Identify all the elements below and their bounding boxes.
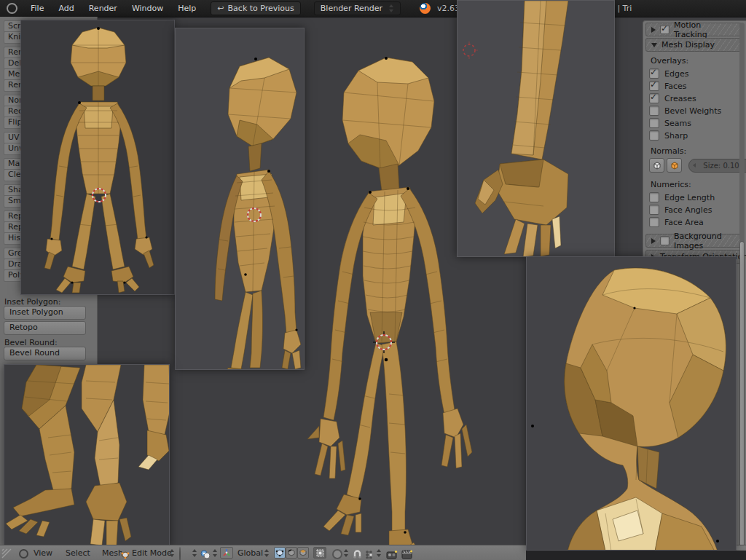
overlay-row: Seams [649, 117, 691, 129]
manipulator-toggle[interactable] [220, 547, 233, 559]
faces-label: Faces [664, 82, 687, 91]
face-angles-checkbox[interactable] [649, 205, 659, 215]
snap-increment-icon [364, 550, 374, 559]
motion-tracking-checkbox[interactable] [660, 25, 670, 34]
editor-type-icon[interactable] [19, 549, 28, 559]
creases-label: Creases [664, 94, 696, 103]
shading-sphere-icon [179, 547, 181, 560]
menu-render[interactable]: Render [82, 4, 125, 13]
bevel-round-button[interactable]: Bevel Round [4, 347, 86, 360]
normals-size-slider[interactable]: Size: 0.10 [688, 159, 746, 173]
top-header-bar: File Add Render Window Help ↩ Back to Pr… [0, 0, 746, 17]
reference-shot-legs-closeup [4, 364, 170, 548]
menu-window[interactable]: Window [125, 4, 170, 13]
edge-mode-cube-icon [287, 548, 296, 557]
limit-to-visible-toggle[interactable] [313, 547, 326, 559]
faces-checkbox[interactable] [649, 81, 659, 91]
edit-mode-icon [121, 548, 130, 560]
pivot-point-select[interactable] [200, 548, 211, 560]
numerics-row: Face Angles [649, 204, 712, 216]
panel-header-mesh-display[interactable]: Mesh Display [645, 38, 742, 52]
face-select-mode-button[interactable] [297, 547, 309, 559]
snap-toggle[interactable] [353, 548, 362, 560]
shading-spinner-icon[interactable] [192, 549, 197, 557]
edge-select-mode-button[interactable] [286, 547, 297, 559]
overlay-row: Bevel Weights [649, 105, 721, 117]
pivot-spinner-icon[interactable] [212, 549, 218, 557]
vertex-normal-cube-icon [670, 161, 679, 170]
slider-decrease-icon[interactable] [693, 163, 696, 167]
editor-type-icon[interactable] [7, 3, 17, 14]
edge-length-label: Edge Length [664, 193, 715, 202]
viewport-shading-select[interactable] [179, 548, 181, 560]
vertex-normals-toggle[interactable] [667, 158, 682, 173]
expand-arrow-icon[interactable] [651, 27, 656, 33]
blender-logo-icon [420, 3, 431, 14]
face-area-checkbox[interactable] [649, 217, 659, 227]
mode-select[interactable]: Edit Mode [132, 548, 172, 558]
numerics-row: Face Area [649, 216, 704, 228]
snap-element-select[interactable] [364, 548, 374, 560]
overlay-row: Sharp [649, 130, 688, 141]
clapperboard-icon [401, 550, 413, 559]
magnet-icon [353, 550, 362, 559]
creases-checkbox[interactable] [649, 93, 659, 103]
overlay-row: Faces [649, 80, 687, 92]
camera-icon [386, 550, 398, 559]
expand-arrow-icon[interactable] [651, 238, 656, 244]
vertex-select-mode-button[interactable] [274, 547, 286, 559]
collapse-arrow-icon[interactable] [651, 43, 657, 47]
face-angles-label: Face Angles [664, 205, 712, 215]
inset-polygon-button[interactable]: Inset Polygon [4, 306, 86, 320]
back-to-previous-button[interactable]: ↩ Back to Previous [211, 1, 300, 15]
mesh-display-title: Mesh Display [661, 40, 715, 50]
menu-add[interactable]: Add [51, 4, 81, 13]
panel-scrollbar-thumb[interactable] [739, 241, 745, 548]
reference-shot-head-closeup [526, 256, 737, 551]
snap-spinner-icon[interactable] [376, 549, 382, 557]
render-engine-select[interactable]: Blender Render [314, 1, 401, 15]
menu-select[interactable]: Select [66, 548, 90, 558]
normals-label: Normals: [651, 146, 686, 156]
back-to-previous-label: Back to Previous [228, 4, 294, 13]
bevel-weights-checkbox[interactable] [649, 106, 659, 116]
background-images-title: Background Images [674, 232, 736, 251]
retopo-button[interactable]: Retopo [4, 321, 86, 335]
resize-grip-icon[interactable] [1, 546, 12, 559]
reference-shot-front-view [20, 20, 175, 295]
occlude-geometry-icon [315, 548, 325, 558]
menu-file[interactable]: File [23, 4, 51, 13]
face-area-label: Face Area [664, 218, 704, 227]
engine-spinner-icon[interactable] [388, 4, 394, 12]
sharp-checkbox[interactable] [649, 130, 659, 141]
render-opengl-button[interactable] [386, 548, 398, 560]
edges-checkbox[interactable] [649, 68, 659, 79]
face-normals-toggle[interactable] [649, 158, 664, 173]
overlays-label: Overlays: [651, 56, 688, 66]
menu-mesh[interactable]: Mesh [102, 548, 123, 558]
motion-tracking-title: Motion Tracking [674, 20, 736, 39]
alien-model-legs-view [4, 365, 170, 548]
transform-orientation-select[interactable]: Global [237, 548, 263, 558]
mode-spinner-icon[interactable] [169, 549, 175, 557]
background-images-checkbox[interactable] [660, 236, 670, 245]
edge-length-checkbox[interactable] [649, 192, 659, 202]
seams-checkbox[interactable] [649, 118, 659, 128]
alien-model-head-view [527, 257, 737, 551]
manipulator-axes-icon [222, 548, 231, 557]
normals-row: Size: 0.10 [649, 159, 746, 171]
orientation-spinner-icon[interactable] [264, 549, 270, 557]
panel-header-motion-tracking[interactable]: Motion Tracking [645, 23, 742, 36]
menu-view[interactable]: View [34, 548, 52, 558]
proportional-spinner-icon[interactable] [343, 549, 349, 557]
bottom-right-dark-strip [526, 551, 746, 560]
panel-header-background-images[interactable]: Background Images [645, 234, 742, 248]
bevel-weights-label: Bevel Weights [664, 106, 721, 116]
menu-help[interactable]: Help [170, 4, 203, 13]
seams-label: Seams [664, 119, 691, 128]
proportional-editing-select[interactable] [332, 549, 342, 559]
reference-shot-hand-closeup [457, 0, 615, 257]
overlay-row: Edges [649, 68, 688, 79]
alien-model-front-view [21, 20, 175, 295]
render-animation-button[interactable] [401, 548, 413, 560]
